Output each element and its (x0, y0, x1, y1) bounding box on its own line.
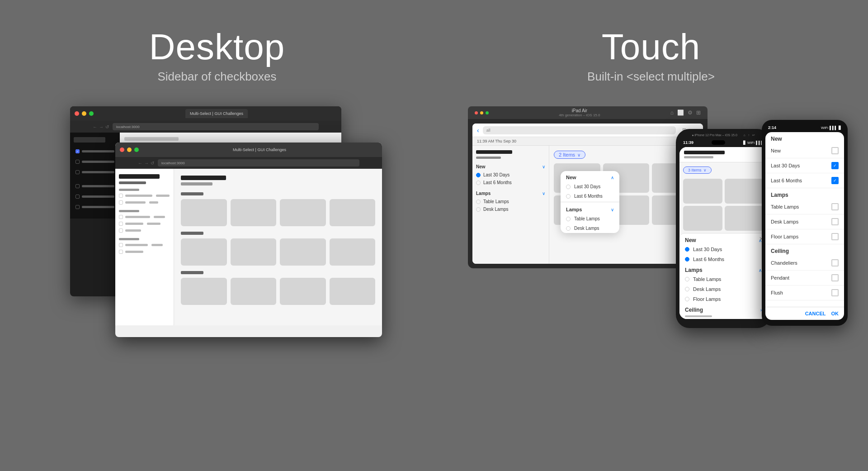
front-checkbox-4[interactable] (119, 222, 123, 226)
dropdown-item-table[interactable]: Table Lamps (561, 214, 619, 224)
front-sidebar-item-row-1[interactable] (119, 194, 170, 198)
ipad-radio-table[interactable] (476, 200, 481, 204)
front-tl-red[interactable] (120, 147, 124, 152)
iphone-card-4[interactable] (725, 206, 764, 231)
product-card-10[interactable] (231, 278, 277, 305)
ipad-filter-item-last30[interactable]: Last 30 Days (476, 171, 545, 179)
traffic-light-red[interactable] (75, 111, 79, 116)
ipad-search-bar[interactable]: all (483, 126, 676, 134)
product-card-2[interactable] (231, 199, 277, 226)
iphone-dropdown-last30[interactable]: Last 30 Days (679, 244, 767, 254)
traffic-light-yellow[interactable] (82, 111, 86, 116)
front-sidebar-item-row-3[interactable] (119, 215, 170, 219)
dark-checkbox-3[interactable] (75, 170, 80, 174)
iphone-card-1[interactable] (683, 179, 722, 204)
iphone-dropdown-desk[interactable]: Desk Lamps (679, 284, 767, 294)
product-card-4[interactable] (330, 199, 376, 226)
ipad-items-badge[interactable]: 2 Items ∨ (554, 151, 585, 159)
front-sidebar-item-row-7[interactable] (119, 250, 170, 254)
dropdown-new-header[interactable]: New ∧ (561, 171, 619, 182)
android-item-last6[interactable]: Last 6 Months ✓ (765, 173, 844, 188)
android-ok-btn[interactable]: OK (831, 311, 839, 316)
ipad-back-arrow[interactable]: ‹ (477, 127, 479, 134)
ipad-filter-item-desk[interactable]: Desk Lamps (476, 205, 545, 213)
product-card-11[interactable] (280, 278, 326, 305)
android-item-chandeliers[interactable]: Chandeliers (765, 256, 844, 271)
dropdown-item-last30[interactable]: Last 30 Days (561, 182, 619, 191)
front-checkbox-1[interactable] (119, 194, 123, 198)
iphone-dropdown-new-header[interactable]: New ∧ (679, 233, 767, 244)
android-checkbox-floor[interactable] (831, 233, 839, 240)
product-card-12[interactable] (330, 278, 376, 305)
iphone-dropdown-last6[interactable]: Last 6 Months (679, 254, 767, 264)
dropdown-radio-last6[interactable] (566, 194, 571, 199)
ipad-dot-green[interactable] (486, 111, 489, 114)
front-checkbox-7[interactable] (119, 250, 123, 254)
android-checkbox-last30-checked[interactable]: ✓ (831, 162, 839, 169)
ipad-dot-red[interactable] (475, 111, 478, 114)
iphone-items-badge[interactable]: 3 Items ∨ (683, 167, 712, 174)
android-checkbox-chandeliers[interactable] (831, 259, 839, 266)
iphone-card-2[interactable] (725, 179, 764, 204)
ipad-filter-group-lamps-header[interactable]: Lamps ∨ (476, 191, 545, 196)
android-item-new[interactable]: New (765, 143, 844, 158)
ipad-dot-yellow[interactable] (480, 111, 483, 114)
android-checkbox-table[interactable] (831, 203, 839, 210)
iphone-radio-table[interactable] (685, 277, 689, 281)
android-checkbox-desk[interactable] (831, 218, 839, 225)
dark-checkbox-1[interactable]: ✓ (75, 149, 80, 153)
ipad-radio-desk[interactable] (476, 207, 481, 212)
ipad-filter-item-last6[interactable]: Last 6 Months (476, 179, 545, 186)
traffic-light-green[interactable] (89, 111, 94, 116)
dark-checkbox-2[interactable] (75, 160, 80, 164)
iphone-radio-last6[interactable] (685, 257, 689, 262)
front-sidebar-item-row-6[interactable] (119, 243, 170, 247)
android-checkbox-last6-checked[interactable]: ✓ (831, 177, 839, 184)
android-item-pendant[interactable]: Pendant (765, 271, 844, 285)
dark-checkbox-5[interactable] (75, 195, 80, 199)
iphone-radio-desk[interactable] (685, 287, 689, 291)
front-checkbox-5[interactable] (119, 228, 123, 233)
dropdown-lamps-header[interactable]: Lamps ∨ (561, 203, 619, 214)
android-checkbox-new[interactable] (831, 147, 839, 154)
dark-checkbox-4[interactable] (75, 184, 80, 188)
dropdown-radio-table[interactable] (566, 217, 571, 221)
android-checkbox-pendant[interactable] (831, 274, 839, 281)
iphone-dropdown-ceiling-header[interactable]: Ceiling › (679, 304, 767, 314)
front-tl-yellow[interactable] (127, 147, 132, 152)
android-cancel-btn[interactable]: CANCEL (805, 311, 826, 316)
front-checkbox-3[interactable] (119, 215, 123, 219)
front-sidebar-item-row-4[interactable] (119, 222, 170, 226)
front-tl-green[interactable] (134, 147, 139, 152)
dark-checkbox-6[interactable] (75, 205, 80, 209)
ipad-filter-item-table[interactable]: Table Lamps (476, 198, 545, 205)
iphone-card-3[interactable] (683, 206, 722, 231)
ipad-radio-last6[interactable] (476, 181, 481, 185)
product-card-6[interactable] (231, 238, 277, 266)
android-item-floor[interactable]: Floor Lamps (765, 229, 844, 244)
dropdown-item-last6[interactable]: Last 6 Months (561, 191, 619, 201)
front-browser-tab[interactable]: Multi-Select | GUI Challenges (228, 145, 291, 154)
android-item-desk[interactable]: Desk Lamps (765, 214, 844, 229)
ipad-filter-group-new-header[interactable]: New ∨ (476, 164, 545, 169)
android-item-last30[interactable]: Last 30 Days ✓ (765, 158, 844, 173)
front-checkbox-2[interactable] (119, 200, 123, 205)
dropdown-item-desk[interactable]: Desk Lamps (561, 224, 619, 233)
iphone-radio-last30[interactable] (685, 247, 689, 252)
front-checkbox-6[interactable] (119, 243, 123, 247)
front-address-pill[interactable]: localhost:3000 (158, 159, 359, 167)
android-checkbox-flush[interactable] (831, 289, 839, 296)
ipad-radio-last30[interactable] (476, 173, 481, 177)
iphone-dropdown-table[interactable]: Table Lamps (679, 274, 767, 284)
back-address-pill[interactable]: localhost:3000 (113, 123, 319, 130)
product-card-8[interactable] (330, 238, 376, 266)
android-item-flush[interactable]: Flush (765, 285, 844, 300)
product-card-3[interactable] (280, 199, 326, 226)
front-sidebar-item-row-5[interactable] (119, 228, 170, 233)
product-card-7[interactable] (280, 238, 326, 266)
browser-tab-back[interactable]: Multi-Select | GUI Challenges (185, 109, 248, 118)
product-card-5[interactable] (181, 238, 227, 266)
dropdown-radio-desk-lamps[interactable] (566, 226, 571, 231)
dropdown-radio-last30[interactable] (566, 185, 571, 189)
iphone-radio-floor[interactable] (685, 297, 689, 301)
